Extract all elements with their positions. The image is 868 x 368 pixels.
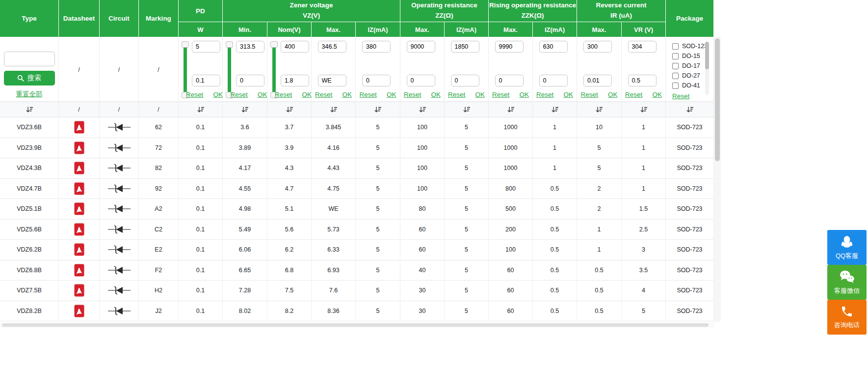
pdf-file-icon[interactable] [74,223,84,236]
pdf-file-icon[interactable] [74,243,84,256]
vz-min-range-slider[interactable] [226,41,233,98]
pd-reset-link[interactable]: Reset [186,91,203,98]
zz-iz-sort-button[interactable] [445,102,489,117]
horizontal-scrollbar[interactable] [0,322,714,328]
contact-button-phone[interactable]: 咨询电话 [827,300,867,335]
vr-ok-link[interactable]: OK [652,91,662,98]
zzk-max-reset-link[interactable]: Reset [492,91,509,98]
vr-lower-input[interactable] [628,75,657,86]
vertical-scrollbar-thumb[interactable] [715,38,720,161]
vz-max-reset-link[interactable]: Reset [315,91,332,98]
vz-nom-ok-link[interactable]: OK [302,91,312,98]
ir-max-sort-button[interactable] [577,102,622,117]
vz-max-ok-link[interactable]: OK [342,91,352,98]
vz-iz-lower-input[interactable] [362,75,391,86]
datasheet-cell[interactable] [59,281,100,301]
zz-max-sort-button[interactable] [400,102,445,117]
checkbox-icon[interactable] [672,83,679,89]
datasheet-cell[interactable] [59,179,100,199]
package-option-do-41[interactable]: DO-41 [672,81,709,90]
package-option-do-27[interactable]: DO-27 [672,71,709,81]
zzk-max-sort-button[interactable] [489,102,533,117]
ir-max-lower-input[interactable] [583,75,612,86]
datasheet-cell[interactable] [59,117,100,138]
package-sort-button[interactable] [666,102,714,117]
contact-button-qq[interactable]: QQ客服 [827,230,867,265]
checkbox-icon[interactable] [672,53,679,59]
vz-min-slider-upper-handle[interactable] [226,41,233,48]
package-option-do-17[interactable]: DO-17 [672,61,709,71]
pd-ok-link[interactable]: OK [213,91,223,98]
pdf-file-icon[interactable] [74,182,84,195]
pdf-file-icon[interactable] [74,121,84,134]
zzk-iz-reset-link[interactable]: Reset [536,91,553,98]
datasheet-cell[interactable] [59,260,100,281]
zz-max-lower-input[interactable] [407,75,435,86]
vz-max-sort-button[interactable] [312,102,356,117]
zz-iz-reset-link[interactable]: Reset [448,91,465,98]
pdf-file-icon[interactable] [74,202,84,215]
zzk-max-lower-input[interactable] [495,75,524,86]
vertical-scrollbar[interactable] [714,37,721,322]
vr-sort-button[interactable] [622,102,666,117]
package-list-scrollbar[interactable] [705,42,709,95]
vz-nom-range-slider[interactable] [270,41,278,98]
datasheet-cell[interactable] [59,301,100,321]
pdf-file-icon[interactable] [74,264,84,277]
vz-nom-reset-link[interactable]: Reset [275,91,292,98]
vr-reset-link[interactable]: Reset [625,91,642,98]
vz-iz-sort-button[interactable] [356,102,400,117]
pd-sort-button[interactable] [179,102,223,117]
zzk-iz-lower-input[interactable] [539,75,568,86]
zzk-iz-ok-link[interactable]: OK [563,91,573,98]
vz-iz-ok-link[interactable]: OK [387,91,396,98]
vr-upper-input[interactable] [628,41,657,53]
zz-iz-upper-input[interactable] [451,41,479,53]
reset-all-link[interactable]: 重置全部 [16,90,43,99]
datasheet-cell[interactable] [59,220,100,240]
zzk-iz-upper-input[interactable] [539,41,568,53]
zz-max-upper-input[interactable] [407,41,435,53]
pd-slider-upper-handle[interactable] [182,41,189,48]
vz-nom-slider-upper-handle[interactable] [270,41,278,48]
ir-max-reset-link[interactable]: Reset [581,91,598,98]
vz-nom-sort-button[interactable] [267,102,312,117]
datasheet-cell[interactable] [59,240,100,260]
zzk-max-ok-link[interactable]: OK [519,91,529,98]
pdf-file-icon[interactable] [74,284,84,297]
package-option-sod-123[interactable]: SOD-123 [672,41,709,51]
vz-min-lower-input[interactable] [236,75,264,86]
vz-nom-lower-input[interactable] [281,75,309,86]
vz-nom-upper-input[interactable] [281,41,309,53]
vz-max-upper-input[interactable] [318,41,346,53]
vz-max-lower-input[interactable] [318,75,346,86]
vz-min-reset-link[interactable]: Reset [231,91,248,98]
package-option-do-15[interactable]: DO-15 [672,51,709,61]
vz-iz-reset-link[interactable]: Reset [360,91,377,98]
pd-upper-input[interactable] [192,41,220,53]
ir-max-ok-link[interactable]: OK [608,91,618,98]
datasheet-cell[interactable] [59,138,100,158]
vz-min-upper-input[interactable] [236,41,264,53]
zz-iz-ok-link[interactable]: OK [475,91,485,98]
horizontal-scrollbar-thumb[interactable] [2,323,709,327]
checkbox-icon[interactable] [672,43,679,50]
pdf-file-icon[interactable] [74,142,84,154]
type-search-input[interactable] [4,52,55,66]
package-reset-link[interactable]: Reset [672,92,689,100]
zzk-max-upper-input[interactable] [495,41,524,53]
datasheet-cell[interactable] [59,199,100,219]
vz-min-sort-button[interactable] [223,102,267,117]
vz-min-ok-link[interactable]: OK [258,91,267,98]
pd-lower-input[interactable] [192,75,220,86]
type-sort-button[interactable] [0,102,59,117]
pdf-file-icon[interactable] [74,162,84,174]
checkbox-icon[interactable] [672,63,679,69]
zz-max-reset-link[interactable]: Reset [404,91,421,98]
contact-button-wechat[interactable]: 客服微信 [827,265,867,300]
datasheet-cell[interactable] [59,158,100,178]
pd-range-slider[interactable] [182,41,189,98]
zz-iz-lower-input[interactable] [451,75,479,86]
pdf-file-icon[interactable] [74,305,84,317]
vz-iz-upper-input[interactable] [362,41,391,53]
